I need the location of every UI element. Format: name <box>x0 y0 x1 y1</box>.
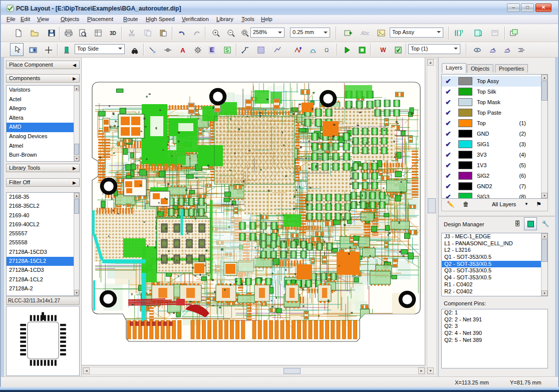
svg-text:S: S <box>225 48 229 53</box>
svg-text:e: e <box>493 47 495 51</box>
svg-text:e: e <box>507 47 509 51</box>
svg-text:Ω: Ω <box>325 47 329 53</box>
svg-text:3D: 3D <box>110 31 116 36</box>
